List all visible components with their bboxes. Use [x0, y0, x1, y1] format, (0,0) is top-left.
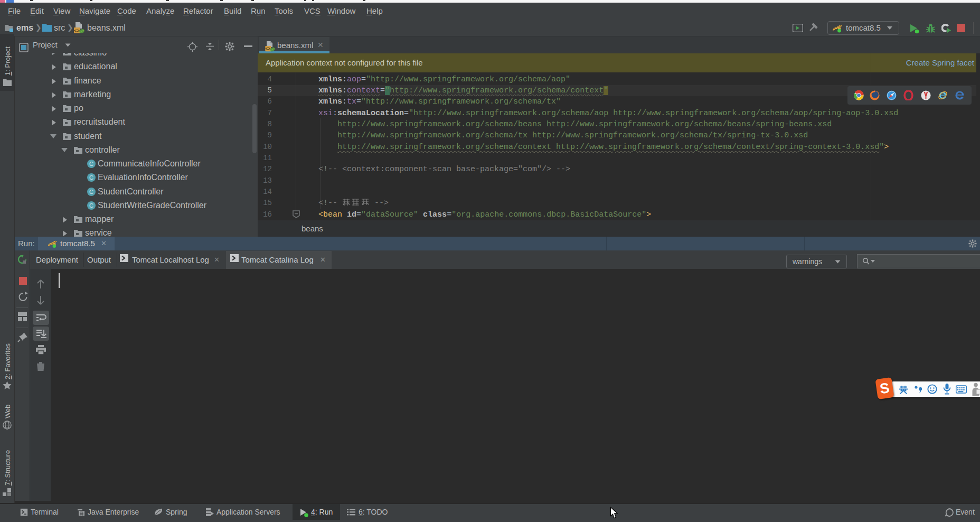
svg-text:C: C — [89, 174, 93, 181]
svg-text:C: C — [89, 189, 93, 195]
svg-text:C: C — [89, 202, 93, 209]
svg-text:<>: <> — [74, 29, 80, 34]
svg-text:C: C — [89, 161, 93, 167]
svg-text:<>: <> — [265, 46, 270, 51]
